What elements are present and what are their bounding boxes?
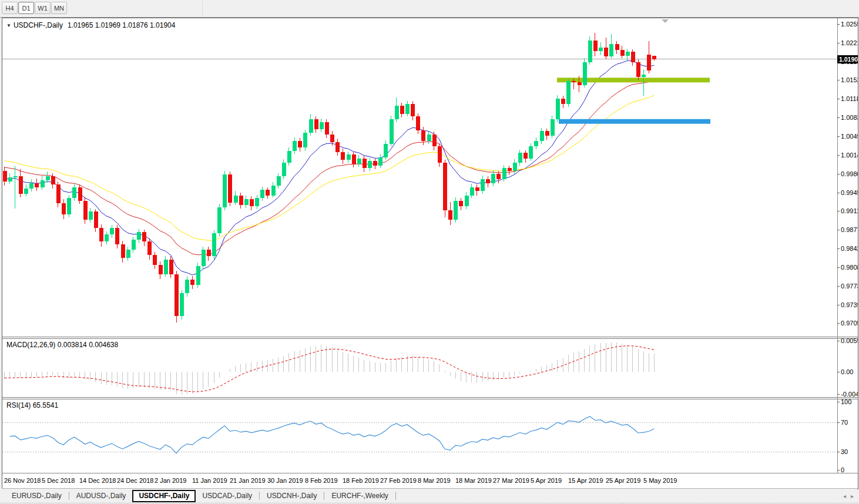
rsi-name: RSI(14) — [6, 401, 31, 409]
time-axis-label: 11 Jan 2019 — [192, 477, 227, 484]
chart-tab-usdchf[interactable]: USDCHF-,Daily — [132, 490, 196, 502]
macd-pane-canvas[interactable] — [2, 339, 837, 397]
macd-axis-label: 0.00597 — [841, 337, 858, 344]
chart-tab-usdcnh[interactable]: USDCNH-,Daily — [260, 490, 323, 502]
rsi-axis-label: 30 — [841, 448, 848, 455]
timeframe-toolbar: H4D1W1MN — [0, 0, 859, 18]
chart-tab-eurchf[interactable]: EURCHF-,Weekly — [325, 490, 394, 502]
time-axis-label: 5 May 2019 — [643, 477, 677, 484]
price-axis-label: 0.97390 — [841, 301, 858, 308]
chart-tab-bar: EURUSD-,DailyAUDUSD-,DailyUSDCHF-,DailyU… — [2, 488, 857, 503]
price-axis-label: 0.98770 — [841, 226, 858, 233]
chart-window: ▼USDCHF-,Daily1.01965 1.01969 1.01876 1.… — [2, 18, 858, 489]
chart-title: ▼USDCHF-,Daily1.01965 1.01969 1.01876 1.… — [6, 21, 175, 29]
price-axis-label: 1.02550 — [841, 21, 858, 28]
timeframe-button-w1[interactable]: W1 — [35, 2, 51, 14]
macd-axis-label-tick — [837, 341, 840, 341]
price-axis-label-tick — [837, 323, 840, 324]
tab-scroll-left-icon[interactable]: ◂ — [843, 493, 846, 499]
price-axis-label: 0.99450 — [841, 189, 858, 196]
rsi-line — [10, 416, 655, 453]
tab-separator — [259, 492, 260, 500]
rsi-label: RSI(14) 65.5541 — [6, 401, 58, 409]
price-axis-label-tick — [837, 43, 840, 43]
time-axis-label: 2 Jan 2019 — [155, 477, 186, 484]
price-axis-label-tick — [837, 267, 840, 268]
time-axis-label: 27 Mar 2019 — [493, 477, 529, 484]
support-line[interactable] — [559, 119, 710, 124]
price-axis-label: 0.99800 — [841, 170, 858, 177]
timeframe-button-h4[interactable]: H4 — [2, 2, 18, 14]
chart-symbol-label: USDCHF-,Daily — [14, 21, 63, 29]
chart-ohlc-values: 1.01965 1.01969 1.01876 1.01904 — [68, 21, 176, 29]
rsi-axis-label-tick — [837, 402, 840, 402]
tab-scroll-arrows: ◂ ▸ — [843, 493, 854, 499]
tab-separator — [324, 492, 324, 500]
price-axis-label: 1.00140 — [841, 152, 858, 159]
price-axis-label-tick — [837, 305, 840, 305]
price-axis-label-tick — [837, 193, 840, 193]
macd-axis-label: -0.004243 — [841, 391, 858, 398]
time-axis-label: 25 Apr 2019 — [606, 477, 640, 484]
rsi-pane-canvas[interactable] — [2, 399, 837, 473]
price-axis-label-tick — [837, 117, 840, 118]
time-axis-label: 8 Feb 2019 — [305, 477, 338, 484]
price-axis-label-tick — [837, 80, 840, 80]
price-axis-border — [837, 18, 838, 473]
timeframe-button-d1[interactable]: D1 — [18, 2, 34, 14]
chart-shift-marker-icon[interactable] — [662, 19, 669, 23]
time-axis-label: 18 Feb 2019 — [343, 477, 379, 484]
tab-scroll-right-icon[interactable]: ▸ — [851, 493, 854, 499]
current-price-tag: 1.01904 — [837, 55, 858, 63]
price-axis-label: 1.00830 — [841, 114, 858, 121]
rsi-axis-label: 100 — [841, 398, 851, 405]
time-axis-label: 24 Dec 2018 — [117, 477, 153, 484]
chart-tab-eurusd[interactable]: EURUSD-,Daily — [5, 490, 68, 502]
time-axis-border — [2, 473, 858, 473]
macd-axis-label-tick — [837, 394, 840, 395]
macd-signal-line — [5, 346, 655, 392]
macd-axis-label-tick — [837, 372, 840, 372]
price-axis-label: 1.00490 — [841, 133, 858, 140]
price-axis-label-tick — [837, 286, 840, 287]
time-axis-label: 21 Jan 2019 — [230, 477, 266, 484]
price-pane-canvas[interactable] — [2, 18, 837, 337]
time-axis-label: 5 Apr 2019 — [531, 477, 562, 484]
chart-tab-usdcad[interactable]: USDCAD-,Daily — [196, 490, 259, 502]
price-axis-label-tick — [837, 99, 840, 99]
chart-dropdown-icon[interactable]: ▼ — [6, 23, 11, 28]
tab-separator — [69, 492, 69, 500]
pane-splitter[interactable] — [2, 397, 858, 399]
price-axis-label: 0.99110 — [841, 207, 858, 214]
time-axis-label: 15 Apr 2019 — [568, 477, 603, 484]
tab-separator — [395, 492, 396, 500]
price-axis-label-tick — [837, 174, 840, 174]
price-axis-label-tick — [837, 24, 840, 25]
time-axis-label: 8 Mar 2019 — [418, 477, 451, 484]
macd-name: MACD(12,26,9) — [6, 341, 55, 349]
chart-tabs: EURUSD-,DailyAUDUSD-,DailyUSDCHF-,DailyU… — [5, 490, 397, 502]
pane-splitter[interactable] — [2, 337, 858, 339]
macd-signal-value: 0.004638 — [89, 341, 118, 349]
rsi-axis-label-tick — [837, 452, 840, 452]
price-axis-label: 0.97050 — [841, 320, 858, 327]
price-axis-label-tick — [837, 248, 840, 249]
price-axis-label-tick — [837, 136, 840, 137]
price-axis-label: 0.97730 — [841, 283, 858, 290]
rsi-axis-label: 0 — [841, 466, 844, 473]
price-axis-label-tick — [837, 230, 840, 230]
time-axis-label: 26 Nov 2018 — [4, 477, 41, 484]
chart-tab-audusd[interactable]: AUDUSD-,Daily — [70, 490, 133, 502]
time-axis-label: 27 Feb 2019 — [380, 477, 417, 484]
fast-ma-line — [5, 61, 655, 275]
resistance-line[interactable] — [557, 78, 710, 82]
timeframe-button-mn[interactable]: MN — [51, 2, 67, 14]
macd-main-value: 0.003814 — [58, 341, 87, 349]
toolbar-separator — [203, 1, 204, 15]
time-axis-label: 5 Dec 2018 — [42, 477, 75, 484]
price-axis-label-tick — [837, 211, 840, 211]
macd-histogram — [5, 342, 655, 395]
price-axis-label: 1.02210 — [841, 39, 858, 46]
price-axis-label: 1.01180 — [841, 95, 858, 102]
time-axis-label: 18 Mar 2019 — [455, 477, 492, 484]
